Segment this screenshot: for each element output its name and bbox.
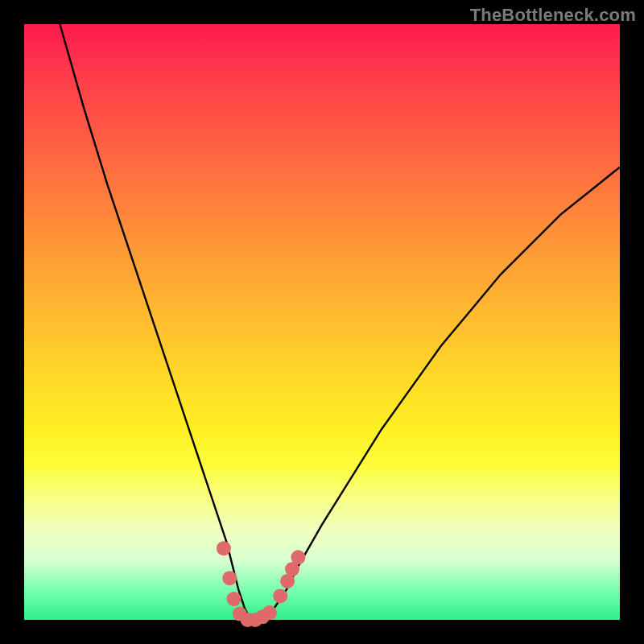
curve-svg bbox=[24, 24, 620, 620]
curve-marker bbox=[273, 588, 287, 603]
curve-marker bbox=[222, 571, 237, 585]
bottleneck-curve bbox=[60, 24, 620, 620]
curve-marker bbox=[227, 592, 242, 606]
chart-frame: TheBottleneck.com bbox=[0, 0, 644, 644]
curve-marker bbox=[291, 550, 305, 564]
curve-marker bbox=[262, 605, 277, 620]
plot-area bbox=[24, 24, 620, 620]
curve-marker bbox=[217, 541, 231, 555]
watermark-label: TheBottleneck.com bbox=[470, 5, 636, 26]
